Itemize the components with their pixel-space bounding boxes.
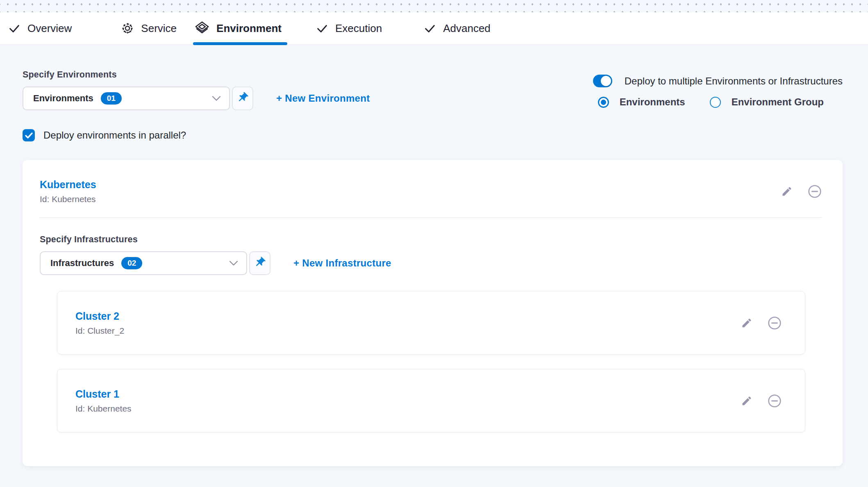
environments-dropdown[interactable]: Environments 01 [23,86,230,110]
tab-service[interactable]: Service [121,12,177,44]
pin-infrastructures-button[interactable] [249,251,270,275]
radio-environments[interactable]: Environments [598,96,685,108]
stage-tabbar: Overview Service Environment [0,12,868,45]
toggle-knob [601,76,611,86]
tab-overview[interactable]: Overview [8,12,72,44]
check-icon [8,22,20,34]
new-environment-link[interactable]: + New Environment [276,93,370,104]
chevron-down-icon [212,96,221,101]
infrastructure-card-cluster-2: Cluster 2 Id: Cluster_2 [57,291,805,355]
edit-infrastructure-button[interactable] [741,317,752,329]
edit-infrastructure-button[interactable] [741,395,752,407]
gear-icon [121,22,134,35]
infrastructures-dropdown[interactable]: Infrastructures 02 [40,251,247,275]
radio-selected-icon [598,97,609,108]
pin-icon [236,91,249,105]
multi-deploy-controls: Deploy to multiple Environments or Infra… [593,75,843,108]
tab-label: Advanced [443,22,491,35]
environment-card-titles: Kubernetes Id: Kubernetes [40,179,96,204]
environment-stack-icon [195,21,209,36]
minus-circle-icon [767,316,782,330]
page: Overview Service Environment [0,0,868,487]
infrastructures-dropdown-group: Infrastructures 02 [40,251,270,275]
cluster-titles: Cluster 2 Id: Cluster_2 [75,310,124,336]
chevron-down-icon [229,260,238,266]
multi-environment-toggle[interactable] [593,75,612,87]
remove-environment-button[interactable] [807,184,822,199]
pin-environments-button[interactable] [232,86,253,110]
new-infrastructure-link[interactable]: + New Infrastructure [293,257,391,269]
card-divider [40,217,822,218]
infrastructure-name-link[interactable]: Cluster 1 [75,388,132,400]
deploy-parallel-checkbox[interactable] [23,129,35,141]
tab-environment[interactable]: Environment [195,12,282,44]
specify-infrastructures-label: Specify Infrastructures [40,234,822,245]
environment-stage-content: Specify Environments Environments 01 [0,45,868,466]
pencil-icon [741,395,752,407]
infrastructure-id-text: Id: Cluster_2 [75,326,124,336]
environment-card-kubernetes: Kubernetes Id: Kubernetes Sp [23,160,843,466]
infrastructure-name-link[interactable]: Cluster 2 [75,310,124,322]
remove-infrastructure-button[interactable] [767,394,782,408]
infrastructures-dropdown-label: Infrastructures [50,258,114,269]
environments-dropdown-group: Environments 01 [23,86,253,110]
infrastructure-card-cluster-1: Cluster 1 Id: Kubernetes [57,369,805,432]
environment-id-text: Id: Kubernetes [40,194,96,204]
deploy-parallel-row: Deploy environments in parallel? [23,129,843,141]
tab-execution[interactable]: Execution [316,12,382,44]
pencil-icon [781,186,793,197]
minus-circle-icon [807,184,822,199]
radio-environment-group[interactable]: Environment Group [710,96,824,108]
infrastructures-count-badge: 02 [121,257,142,269]
specify-environments-label: Specify Environments [23,70,370,80]
tab-advanced[interactable]: Advanced [424,12,491,44]
cluster-titles: Cluster 1 Id: Kubernetes [75,388,132,414]
environments-count-badge: 01 [101,92,122,105]
tab-label: Service [141,22,177,35]
minus-circle-icon [767,394,782,408]
check-icon [316,22,328,34]
deploy-parallel-label: Deploy environments in parallel? [43,130,186,141]
specify-environments-block: Specify Environments Environments 01 [23,70,370,110]
pipeline-canvas-dotted-strip [0,0,868,12]
infrastructure-id-text: Id: Kubernetes [75,404,132,414]
multi-environment-toggle-label: Deploy to multiple Environments or Infra… [625,75,843,87]
pencil-icon [741,317,752,329]
remove-infrastructure-button[interactable] [767,316,782,330]
environment-name-link[interactable]: Kubernetes [40,179,96,191]
pin-icon [254,256,266,270]
edit-environment-button[interactable] [781,186,793,197]
tab-label: Overview [27,22,72,35]
environments-dropdown-label: Environments [33,93,93,104]
check-icon [424,22,436,34]
radio-unselected-icon [710,97,721,108]
tab-label: Environment [216,22,282,35]
tab-label: Execution [335,22,382,35]
